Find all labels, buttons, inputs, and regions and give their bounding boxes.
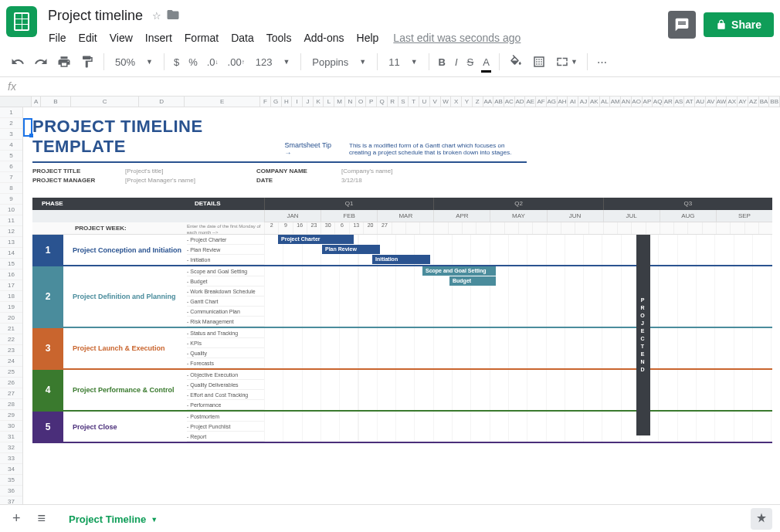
col-header[interactable]: H (282, 97, 293, 107)
row-header[interactable]: 17 (0, 280, 22, 291)
row-header[interactable]: 31 (0, 432, 22, 442)
col-header[interactable]: O (356, 97, 367, 107)
menu-view[interactable]: View (104, 29, 138, 47)
more-toolbar-button[interactable]: ⋯ (594, 53, 610, 71)
col-header[interactable]: AD (515, 97, 526, 107)
row-header[interactable]: 6 (0, 161, 22, 172)
col-header[interactable]: C (71, 97, 139, 107)
format-percent-button[interactable]: % (185, 53, 201, 71)
menu-format[interactable]: Format (179, 29, 224, 47)
menu-file[interactable]: File (43, 29, 72, 47)
row-header[interactable]: 19 (0, 302, 22, 313)
col-header[interactable]: AC (504, 97, 515, 107)
row-header[interactable]: 8 (0, 183, 22, 194)
row-header[interactable]: 22 (0, 334, 22, 345)
row-header[interactable]: 23 (0, 345, 22, 356)
col-header[interactable]: AX (727, 97, 738, 107)
col-header[interactable]: AW (717, 97, 727, 107)
row-header[interactable]: 32 (0, 442, 22, 453)
col-header[interactable]: I (292, 97, 303, 107)
sheet-tab-active[interactable]: Project Timeline▼ (58, 506, 168, 531)
meta-date-value[interactable]: 3/12/18 (341, 177, 457, 184)
row-header[interactable]: 3 (0, 129, 22, 140)
row-header[interactable]: 21 (0, 324, 22, 334)
redo-button[interactable] (31, 52, 51, 72)
col-header[interactable]: B (41, 97, 71, 107)
bold-button[interactable]: B (436, 53, 449, 71)
explore-button[interactable] (751, 508, 772, 530)
col-header[interactable]: BB (769, 97, 780, 107)
row-header[interactable]: 1 (0, 107, 22, 118)
comments-button[interactable] (668, 11, 696, 39)
meta-manager-value[interactable]: [Project Manager's name] (125, 177, 256, 184)
document-title[interactable]: Project timeline (43, 6, 148, 25)
col-header[interactable]: D (139, 97, 185, 107)
star-icon[interactable]: ☆ (152, 10, 161, 22)
number-format-dropdown[interactable]: 123▼ (251, 55, 295, 69)
row-header[interactable]: 30 (0, 421, 22, 432)
share-button[interactable]: Share (704, 12, 774, 37)
col-header[interactable]: AB (493, 97, 504, 107)
select-all-corner[interactable] (0, 97, 32, 107)
col-header[interactable]: P (366, 97, 377, 107)
format-currency-button[interactable]: $ (171, 53, 182, 71)
menu-insert[interactable]: Insert (140, 29, 178, 47)
col-header[interactable]: S (398, 97, 409, 107)
col-header[interactable]: A (32, 97, 41, 107)
decrease-decimal-button[interactable]: .0↓ (204, 53, 222, 71)
row-header[interactable]: 27 (0, 388, 22, 399)
row-header[interactable]: 5 (0, 151, 22, 161)
fontsize-dropdown[interactable]: 11▼ (384, 55, 422, 69)
row-header[interactable]: 4 (0, 140, 22, 151)
col-header[interactable]: AH (558, 97, 568, 107)
col-header[interactable]: Q (377, 97, 388, 107)
zoom-dropdown[interactable]: 50%▼ (110, 55, 158, 69)
col-header[interactable]: J (303, 97, 314, 107)
row-header[interactable]: 11 (0, 215, 22, 226)
add-sheet-button[interactable]: + (8, 506, 25, 531)
smartsheet-tip-link[interactable]: Smartsheet Tip → (285, 141, 334, 157)
row-header[interactable]: 2 (0, 118, 22, 129)
col-header[interactable]: AE (525, 97, 536, 107)
meta-project-title-value[interactable]: [Project's title] (125, 168, 256, 175)
col-header[interactable]: AK (589, 97, 600, 107)
col-header[interactable]: AZ (748, 97, 759, 107)
col-header[interactable]: AT (684, 97, 695, 107)
row-header[interactable]: 20 (0, 313, 22, 324)
gantt-bar[interactable]: Project Charter (278, 235, 354, 244)
row-header[interactable]: 18 (0, 291, 22, 302)
row-header[interactable]: 12 (0, 226, 22, 237)
row-header[interactable]: 25 (0, 367, 22, 378)
col-header[interactable]: AP (643, 97, 653, 107)
row-header[interactable]: 28 (0, 399, 22, 410)
column-headers[interactable]: ABCDEFGHIJKLMNOPQRSTUVWXYZAAABACADAEAFAG… (0, 97, 780, 107)
col-header[interactable]: K (314, 97, 324, 107)
row-header[interactable]: 14 (0, 248, 22, 259)
gantt-bar[interactable]: Budget (449, 276, 496, 286)
col-header[interactable]: AS (674, 97, 685, 107)
col-header[interactable]: AU (695, 97, 706, 107)
col-header[interactable]: U (419, 97, 430, 107)
all-sheets-button[interactable]: ≡ (33, 506, 51, 531)
row-header[interactable]: 16 (0, 269, 22, 280)
merge-button[interactable]: ▼ (552, 52, 581, 72)
col-header[interactable]: X (451, 97, 462, 107)
fill-color-button[interactable] (506, 52, 526, 72)
gantt-bar[interactable]: Plan Review (322, 245, 380, 254)
paint-format-button[interactable] (77, 52, 97, 72)
move-folder-icon[interactable] (166, 8, 180, 24)
menu-tools[interactable]: Tools (261, 29, 297, 47)
row-header[interactable]: 36 (0, 486, 22, 496)
row-header[interactable]: 26 (0, 378, 22, 388)
col-header[interactable]: T (409, 97, 419, 107)
gantt-bar[interactable]: Initiation (372, 255, 430, 264)
col-header[interactable]: AQ (653, 97, 663, 107)
col-header[interactable]: AF (536, 97, 547, 107)
menu-addons[interactable]: Add-ons (298, 29, 349, 47)
col-header[interactable]: AI (568, 97, 578, 107)
col-header[interactable]: AY (738, 97, 748, 107)
row-header[interactable]: 10 (0, 205, 22, 215)
col-header[interactable]: Z (473, 97, 483, 107)
increase-decimal-button[interactable]: .00↑ (225, 53, 248, 71)
col-header[interactable]: AG (547, 97, 558, 107)
